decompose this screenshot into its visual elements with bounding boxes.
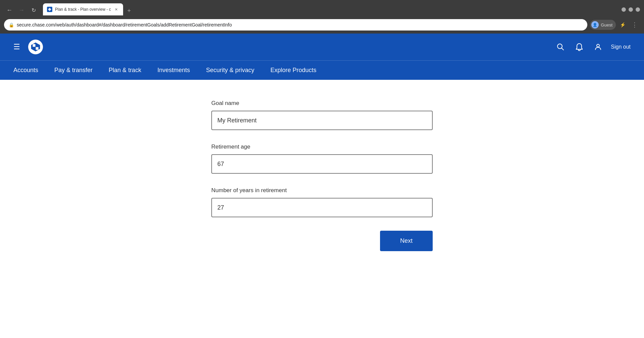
- header-left: ☰: [13, 40, 43, 54]
- sign-out-button[interactable]: Sign out: [611, 43, 631, 51]
- active-tab[interactable]: Plan & track - Plan overview - c ✕: [43, 3, 123, 15]
- years-in-retirement-label: Number of years in retirement: [211, 187, 433, 194]
- browser-toolbar: 🔒 secure.chase.com/web/auth/dashboard#/d…: [0, 16, 644, 34]
- maximize-button[interactable]: □: [629, 7, 633, 12]
- main-content: Goal name Retirement age Number of years…: [0, 80, 644, 271]
- lock-icon: 🔒: [9, 22, 14, 27]
- notifications-button[interactable]: [573, 41, 585, 53]
- minimize-button[interactable]: −: [622, 7, 626, 12]
- tab-title: Plan & track - Plan overview - c: [55, 7, 111, 12]
- header-right: Sign out: [554, 41, 631, 53]
- retirement-age-label: Retirement age: [211, 144, 433, 150]
- tab-strip: ← → ↻ Plan & track - Plan overview - c ✕…: [4, 3, 619, 15]
- form-actions: Next: [211, 231, 433, 251]
- chase-app: ☰: [0, 34, 644, 271]
- search-button[interactable]: [554, 41, 567, 53]
- extensions-button[interactable]: ⚡: [617, 19, 628, 30]
- years-in-retirement-input[interactable]: [211, 198, 433, 217]
- chase-logo[interactable]: [28, 40, 43, 54]
- nav-item-explore-products[interactable]: Explore Products: [262, 61, 324, 80]
- nav-item-accounts[interactable]: Accounts: [13, 61, 46, 80]
- retirement-form: Goal name Retirement age Number of years…: [211, 100, 433, 251]
- profile-avatar: 👤: [591, 21, 599, 29]
- goal-name-label: Goal name: [211, 100, 433, 107]
- nav-item-pay-transfer[interactable]: Pay & transfer: [46, 61, 101, 80]
- forward-button[interactable]: →: [16, 5, 27, 15]
- window-controls: − □ ✕: [622, 7, 640, 12]
- goal-name-group: Goal name: [211, 100, 433, 130]
- more-options-button[interactable]: ⋮: [629, 19, 640, 30]
- tab-favicon: [47, 7, 52, 12]
- browser-titlebar: ← → ↻ Plan & track - Plan overview - c ✕…: [0, 0, 644, 16]
- retirement-age-input[interactable]: [211, 154, 433, 174]
- browser-chrome: ← → ↻ Plan & track - Plan overview - c ✕…: [0, 0, 644, 34]
- chase-header: ☰: [0, 34, 644, 60]
- profile-button[interactable]: 👤 Guest: [590, 20, 616, 30]
- nav-item-investments[interactable]: Investments: [149, 61, 198, 80]
- retirement-age-group: Retirement age: [211, 144, 433, 174]
- chase-nav: Accounts Pay & transfer Plan & track Inv…: [0, 60, 644, 80]
- svg-point-6: [597, 44, 599, 47]
- address-bar[interactable]: 🔒 secure.chase.com/web/auth/dashboard#/d…: [4, 19, 587, 31]
- profile-label: Guest: [601, 22, 612, 27]
- years-in-retirement-group: Number of years in retirement: [211, 187, 433, 217]
- hamburger-menu-icon[interactable]: ☰: [13, 43, 20, 51]
- nav-item-security-privacy[interactable]: Security & privacy: [198, 61, 262, 80]
- refresh-button[interactable]: ↻: [28, 5, 39, 15]
- back-button[interactable]: ←: [4, 5, 15, 15]
- account-button[interactable]: [592, 41, 604, 53]
- nav-item-plan-track[interactable]: Plan & track: [101, 61, 149, 80]
- tab-close-button[interactable]: ✕: [114, 7, 119, 12]
- svg-rect-3: [36, 47, 38, 50]
- svg-line-5: [562, 48, 564, 50]
- url-text: secure.chase.com/web/auth/dashboard#/das…: [17, 22, 583, 27]
- next-button[interactable]: Next: [380, 231, 433, 251]
- browser-actions: 👤 Guest ⚡ ⋮: [590, 19, 640, 30]
- window-close-button[interactable]: ✕: [636, 7, 640, 12]
- new-tab-button[interactable]: +: [124, 6, 134, 15]
- svg-rect-2: [33, 44, 35, 47]
- goal-name-input[interactable]: [211, 111, 433, 130]
